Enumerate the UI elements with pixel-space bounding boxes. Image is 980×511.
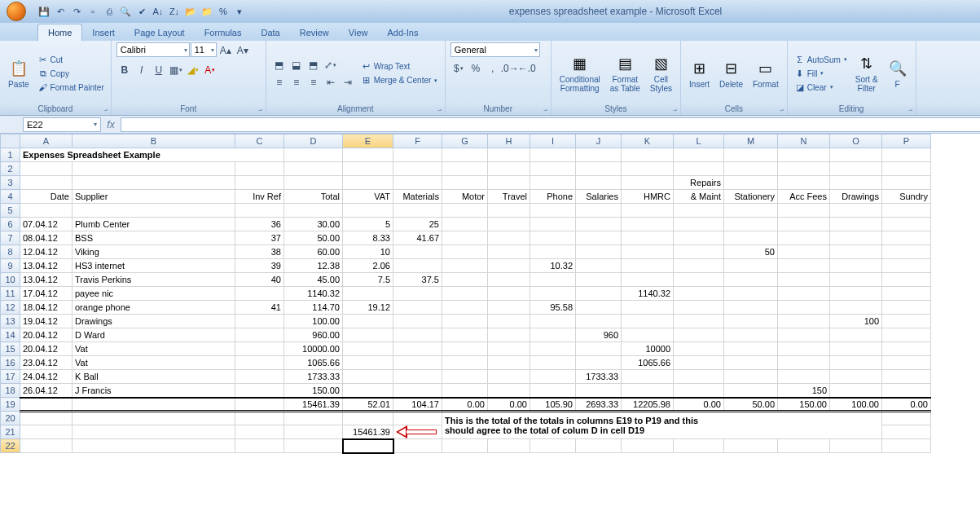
cell[interactable] (235, 328, 284, 342)
percent-style-icon[interactable]: % (468, 60, 484, 77)
col-header-I[interactable]: I (530, 134, 576, 148)
paste-button[interactable]: 📋 Paste (5, 57, 33, 90)
cell[interactable] (393, 148, 442, 162)
cell[interactable]: 10000.00 (284, 342, 343, 356)
cell[interactable]: 10 (343, 245, 393, 259)
row-header-14[interactable]: 14 (1, 328, 20, 342)
cell[interactable] (393, 342, 442, 356)
cell[interactable]: Viking (73, 245, 235, 259)
cell[interactable] (830, 384, 882, 398)
cell[interactable] (778, 439, 830, 453)
tab-review[interactable]: Review (290, 24, 339, 41)
folder-icon[interactable]: 📁 (200, 5, 213, 18)
cell[interactable]: 10.32 (530, 259, 576, 273)
cell[interactable] (882, 370, 931, 384)
row-header-9[interactable]: 9 (1, 259, 20, 273)
print-icon[interactable]: ⎙ (103, 5, 116, 18)
cell[interactable] (622, 328, 674, 342)
cell[interactable] (576, 162, 622, 176)
cell[interactable] (73, 398, 235, 412)
total-cell[interactable]: 100.00 (830, 398, 882, 412)
cell[interactable] (882, 231, 931, 245)
find-select-button[interactable]: 🔍F (885, 57, 911, 90)
bold-button[interactable]: B (116, 62, 133, 78)
cell[interactable] (674, 287, 724, 301)
col-header-N[interactable]: N (778, 134, 830, 148)
number-format-select[interactable]: General (450, 42, 540, 57)
cell[interactable] (343, 315, 393, 328)
cell[interactable] (343, 356, 393, 370)
cell[interactable] (622, 245, 674, 259)
cell[interactable] (393, 301, 442, 315)
row-header-18[interactable]: 18 (1, 384, 20, 398)
cell[interactable] (622, 301, 674, 315)
cell[interactable] (530, 356, 576, 370)
cell[interactable] (830, 439, 882, 453)
row-header-7[interactable]: 7 (1, 231, 20, 245)
total-cell[interactable]: 12205.98 (622, 398, 674, 412)
cell[interactable]: 960 (576, 328, 622, 342)
cell[interactable] (576, 356, 622, 370)
total-cell[interactable]: 52.01 (343, 398, 393, 412)
cell[interactable] (830, 370, 882, 384)
header-cell[interactable]: Inv Ref (235, 190, 284, 204)
cell[interactable]: Plumb Center (73, 218, 235, 231)
cell[interactable] (724, 328, 778, 342)
comma-style-icon[interactable]: , (485, 60, 501, 77)
row-header-22[interactable]: 22 (1, 439, 20, 453)
italic-button[interactable]: I (134, 62, 150, 78)
wrap-text-button[interactable]: ↩Wrap Text (359, 60, 440, 73)
cell[interactable] (442, 356, 488, 370)
row-header-21[interactable]: 21 (1, 425, 20, 439)
tab-home[interactable]: Home (37, 24, 82, 41)
cell[interactable]: 37 (235, 231, 284, 245)
fill-color-button[interactable]: ◢ (185, 62, 201, 78)
cell[interactable] (488, 176, 530, 190)
header-cell[interactable]: Materials (393, 190, 442, 204)
cell[interactable] (488, 245, 530, 259)
col-header-A[interactable]: A (20, 134, 73, 148)
cell[interactable]: 19.12 (343, 301, 393, 315)
cell[interactable] (73, 162, 235, 176)
cell[interactable] (442, 342, 488, 356)
cell[interactable]: 1140.32 (284, 287, 343, 301)
cell[interactable] (442, 301, 488, 315)
cell[interactable] (442, 273, 488, 287)
cell[interactable] (343, 176, 393, 190)
total-cell[interactable]: 105.90 (530, 398, 576, 412)
cell[interactable] (622, 259, 674, 273)
cell[interactable]: 1733.33 (576, 370, 622, 384)
header-cell[interactable]: Salaries (576, 190, 622, 204)
cell[interactable] (488, 204, 530, 218)
cell[interactable] (724, 204, 778, 218)
cell[interactable] (530, 148, 576, 162)
cell[interactable] (284, 425, 343, 439)
header-cell[interactable]: VAT (343, 190, 393, 204)
cell[interactable] (343, 412, 393, 425)
cell[interactable] (724, 342, 778, 356)
cell[interactable] (622, 384, 674, 398)
cell[interactable] (530, 342, 576, 356)
cell[interactable] (576, 259, 622, 273)
cell[interactable] (235, 342, 284, 356)
dec-decimal-icon[interactable]: ←.0 (519, 60, 535, 77)
cell[interactable] (724, 273, 778, 287)
sort-filter-button[interactable]: ⇅Sort & Filter (852, 52, 881, 95)
row-header-10[interactable]: 10 (1, 273, 20, 287)
cell[interactable]: 12.04.12 (20, 245, 73, 259)
grand-total-cell[interactable]: 15461.39 (343, 425, 393, 439)
cell[interactable] (778, 287, 830, 301)
row-header-13[interactable]: 13 (1, 315, 20, 328)
cell[interactable] (530, 384, 576, 398)
col-header-H[interactable]: H (488, 134, 530, 148)
cell-styles-button[interactable]: ▧Cell Styles (647, 52, 675, 95)
copy-button[interactable]: ⧉Copy (36, 67, 106, 80)
cell[interactable] (830, 218, 882, 231)
cell[interactable]: 20.04.12 (20, 342, 73, 356)
cell[interactable] (882, 259, 931, 273)
cell[interactable]: 13.04.12 (20, 259, 73, 273)
cell[interactable] (393, 176, 442, 190)
cell[interactable]: 24.04.12 (20, 370, 73, 384)
cell[interactable] (20, 412, 73, 425)
cell[interactable]: 41 (235, 301, 284, 315)
